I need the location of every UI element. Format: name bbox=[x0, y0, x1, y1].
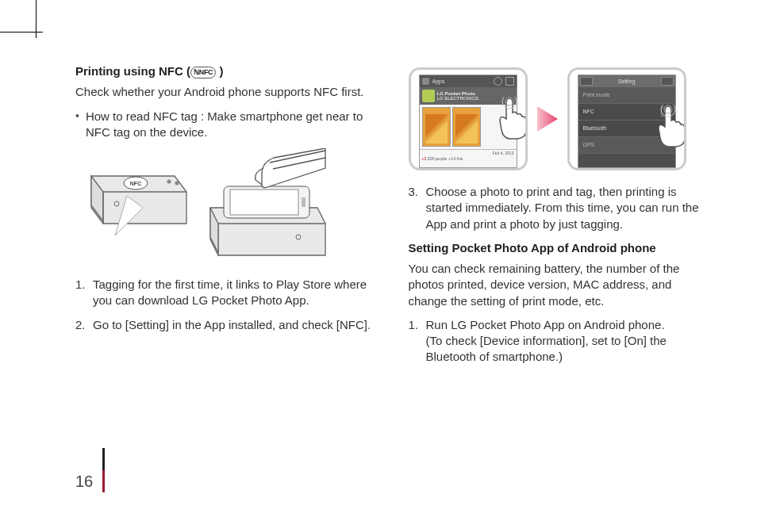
page-number: 16 bbox=[75, 471, 93, 492]
arrow-icon bbox=[536, 103, 559, 135]
app-subtitle: LG ELECTRONICS. bbox=[437, 96, 480, 101]
step-1: Tagging for the first time, it links to … bbox=[75, 277, 377, 309]
step-3-text: Choose a photo to print and tag, then pr… bbox=[426, 185, 699, 231]
apps-label: Apps bbox=[432, 78, 445, 85]
steps-right-a: Choose a photo to print and tag, then pr… bbox=[409, 184, 710, 232]
steps-left: Tagging for the first time, it links to … bbox=[75, 277, 377, 333]
svg-rect-11 bbox=[302, 197, 305, 207]
footer-people: 328 people +1'd this. bbox=[428, 156, 464, 161]
setting-row-nfc: NFC bbox=[578, 104, 675, 121]
nfc-icon: ℕNFC bbox=[190, 67, 216, 78]
search-icon bbox=[494, 77, 502, 86]
row-label: Print mode bbox=[583, 91, 610, 98]
step-1b: Run LG Pocket Photo App on Android phone… bbox=[409, 317, 710, 366]
step-1-text: Tagging for the first time, it links to … bbox=[93, 277, 367, 307]
step-1b-line2: (To check [Device information], set to [… bbox=[426, 334, 667, 363]
row-label: Bluetooth bbox=[583, 124, 607, 132]
svg-marker-14 bbox=[537, 106, 558, 132]
share-icon bbox=[505, 77, 514, 86]
svg-rect-10 bbox=[230, 189, 298, 215]
info-button-icon bbox=[661, 77, 674, 86]
setting-row-printmode: Print mode bbox=[578, 87, 675, 104]
checkbox-icon bbox=[661, 107, 671, 117]
sample-photo-1 bbox=[422, 107, 451, 147]
column-right: Apps LG Pocket Photo LG ELECTRONICS. bbox=[409, 63, 710, 373]
setting-row-bluetooth: Bluetooth bbox=[578, 121, 675, 137]
steps-right-b: Run LG Pocket Photo App on Android phone… bbox=[409, 317, 710, 366]
intro-text: Check whether your Android phone support… bbox=[75, 84, 377, 100]
step-3: Choose a photo to print and tag, then pr… bbox=[409, 184, 710, 232]
plus-one-icon: +1 bbox=[422, 156, 427, 161]
step-2-text: Go to [Setting] in the App installed, an… bbox=[93, 318, 371, 331]
back-button-icon bbox=[580, 77, 593, 86]
grid-icon bbox=[422, 78, 429, 85]
heading-printing-nfc: Printing using NFC (ℕNFC ) bbox=[75, 63, 377, 79]
bullet-text: How to read NFC tag : Make smartphone ge… bbox=[86, 109, 377, 141]
illustration-device-tag: NFC bbox=[83, 148, 329, 267]
app-thumb-icon bbox=[422, 90, 435, 102]
setting-app-para: You can check remaining battery, the num… bbox=[409, 261, 710, 309]
svg-point-3 bbox=[167, 180, 171, 184]
phone-right: Setting Print mode NFC Bluetooth GPS bbox=[567, 67, 686, 170]
page-number-rule bbox=[102, 448, 105, 492]
row-label: GPS bbox=[583, 141, 595, 148]
setting-title: Setting bbox=[618, 78, 636, 85]
bullet-item: How to read NFC tag : Make smartphone ge… bbox=[75, 109, 377, 141]
setting-row-gps: GPS bbox=[578, 137, 675, 154]
phone-left-app-row: LG Pocket Photo LG ELECTRONICS. bbox=[420, 87, 517, 105]
phone-left-topbar: Apps bbox=[420, 75, 517, 87]
step-2: Go to [Setting] in the App installed, an… bbox=[75, 317, 377, 333]
device-nfc-label: NFC bbox=[130, 181, 141, 186]
heading-text-prefix: Printing using NFC ( bbox=[75, 64, 190, 78]
row-label: NFC bbox=[583, 108, 594, 115]
page-content: Printing using NFC (ℕNFC ) Check whether… bbox=[75, 63, 709, 508]
crop-mark-horizontal bbox=[0, 32, 43, 33]
heading-setting-app: Setting Pocket Photo App of Android phon… bbox=[409, 240, 710, 256]
column-left: Printing using NFC (ℕNFC ) Check whether… bbox=[75, 63, 377, 373]
heading-text-suffix: ) bbox=[216, 64, 223, 78]
page-number-block: 16 bbox=[75, 448, 105, 492]
phone-left: Apps LG Pocket Photo LG ELECTRONICS. bbox=[409, 67, 528, 170]
phone-right-topbar: Setting bbox=[578, 75, 675, 87]
svg-point-4 bbox=[175, 182, 179, 186]
bullet-list: How to read NFC tag : Make smartphone ge… bbox=[75, 109, 377, 141]
sample-photo-2 bbox=[452, 107, 481, 147]
step-1b-line1: Run LG Pocket Photo App on Android phone… bbox=[426, 318, 665, 331]
footer-date: Feb 6, 2013 bbox=[422, 151, 514, 156]
phone-left-body bbox=[420, 105, 517, 147]
illustration-phones: Apps LG Pocket Photo LG ELECTRONICS. bbox=[409, 63, 710, 174]
phone-left-footer: Feb 6, 2013 +1 328 people +1'd this. bbox=[420, 149, 517, 167]
nfc-icon-text: NFC bbox=[199, 69, 213, 76]
